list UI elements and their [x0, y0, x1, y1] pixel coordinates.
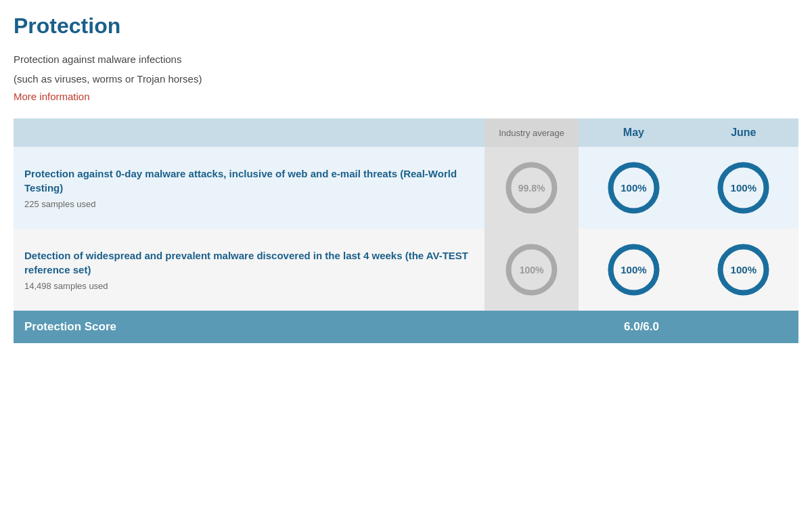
donut-chart: 100%: [605, 159, 662, 217]
row-title: Protection against 0-day malware attacks…: [24, 166, 474, 195]
may-cell: 100%: [579, 147, 688, 229]
row-subtitle: 225 samples used: [24, 199, 474, 209]
donut-chart: 99.8%: [503, 159, 560, 217]
donut-chart: 100%: [715, 241, 772, 298]
industry-cell: 99.8%: [484, 147, 579, 229]
donut-chart: 100%: [715, 159, 772, 217]
table-row: Detection of widespread and prevalent ma…: [14, 229, 798, 311]
header-category: [14, 118, 484, 147]
june-cell: 100%: [689, 229, 798, 311]
score-row: Protection Score 6.0/6.0: [14, 311, 798, 343]
header-industry: Industry average: [484, 118, 579, 147]
header-june: June: [689, 118, 798, 147]
donut-label: 100%: [621, 264, 646, 275]
row-description: Detection of widespread and prevalent ma…: [14, 229, 484, 311]
more-info-link[interactable]: More information: [14, 91, 90, 102]
row-subtitle: 14,498 samples used: [24, 281, 474, 291]
score-label: Protection Score: [14, 311, 484, 343]
june-cell: 100%: [689, 147, 798, 229]
page-title: Protection: [14, 14, 798, 39]
donut-chart: 100%: [503, 241, 560, 298]
donut-chart: 100%: [605, 241, 662, 298]
donut-label: 100%: [621, 182, 646, 194]
donut-label: 100%: [731, 182, 757, 194]
row-description: Protection against 0-day malware attacks…: [14, 147, 484, 229]
score-value: 6.0/6.0: [484, 311, 798, 343]
description-line1: Protection against malware infections: [14, 52, 798, 68]
row-title: Detection of widespread and prevalent ma…: [24, 248, 474, 277]
may-cell: 100%: [579, 229, 688, 311]
table-row: Protection against 0-day malware attacks…: [14, 147, 798, 229]
industry-cell: 100%: [484, 229, 579, 311]
donut-label: 100%: [520, 265, 544, 275]
header-may: May: [579, 118, 688, 147]
donut-label: 99.8%: [518, 183, 545, 194]
description-line2: (such as viruses, worms or Trojan horses…: [14, 72, 798, 87]
protection-table: Industry average May June Protection aga…: [14, 118, 798, 343]
donut-label: 100%: [731, 264, 757, 275]
table-header-row: Industry average May June: [14, 118, 798, 147]
